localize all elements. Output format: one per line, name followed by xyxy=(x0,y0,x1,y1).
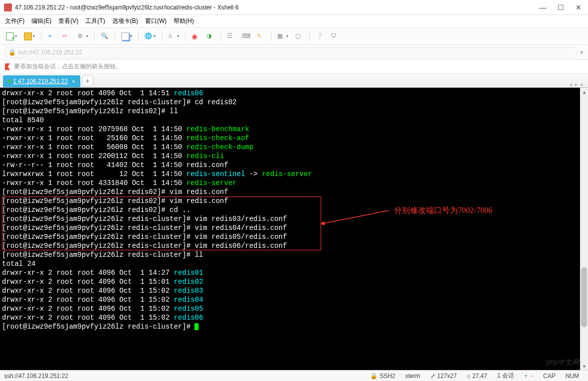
menu-tabs[interactable]: 选项卡(B) xyxy=(112,17,138,25)
terminal-output: drwxr-xr-x 2 root root 4096 Oct 1 14:51 … xyxy=(0,88,588,332)
stop-button[interactable]: ◑ xyxy=(204,31,216,41)
annotation-text: 分别修改端口号为7002-7006 xyxy=(394,205,492,216)
lock-icon: 🔒 xyxy=(370,373,378,380)
tab-next-button[interactable]: ▸ xyxy=(575,82,578,87)
window-controls: — ☐ ✕ xyxy=(539,3,582,11)
open-button[interactable]: ▾ xyxy=(22,31,37,41)
layout-button[interactable]: ▦▾ xyxy=(275,31,290,41)
status-size: ⤢127x27 xyxy=(430,373,457,380)
disconnect-button[interactable]: ✂ xyxy=(60,31,72,41)
script-icon: ⌨ xyxy=(242,32,250,40)
record-button[interactable]: ◉ xyxy=(190,31,201,41)
tab-bar: 1 47.106.219.251:22 × + ◂ ▸ ▾ xyxy=(0,74,588,88)
menu-edit[interactable]: 编辑(E) xyxy=(31,17,51,25)
menu-help[interactable]: 帮助(H) xyxy=(174,17,194,25)
cascade-button[interactable]: ▢ xyxy=(293,31,305,41)
status-pos: ⎀27,47 xyxy=(467,373,487,380)
record-icon: ◉ xyxy=(192,32,199,40)
scroll-thumb[interactable] xyxy=(581,267,587,327)
address-bar: 🔒 ssh://47.106.219.251:22 ▾ xyxy=(0,45,588,60)
terminal-cursor xyxy=(195,323,198,330)
bookmark-icon: ☲ xyxy=(227,32,235,40)
minimize-button[interactable]: — xyxy=(539,3,546,11)
highlight-button[interactable]: ✎ xyxy=(255,31,267,41)
new-session-button[interactable]: +▾ xyxy=(4,31,19,41)
tab-nav: ◂ ▸ ▾ xyxy=(570,82,585,87)
menu-file[interactable]: 文件(F) xyxy=(5,17,24,25)
tab-menu-button[interactable]: ▾ xyxy=(581,82,583,87)
hint-text: 要添加当前会话，点击左侧的箭头按钮。 xyxy=(14,62,122,71)
resize-icon: ⤢ xyxy=(430,373,435,380)
stop-icon: ◑ xyxy=(206,32,214,40)
session-tab[interactable]: 1 47.106.219.251:22 × xyxy=(3,75,80,87)
status-cap: CAP xyxy=(543,373,556,380)
status-num: NUM xyxy=(566,373,579,380)
menu-view[interactable]: 查看(V) xyxy=(58,17,78,25)
globe-icon: 🌐 xyxy=(145,32,153,40)
feedback-button[interactable]: 🗨 xyxy=(329,31,341,41)
maximize-button[interactable]: ☐ xyxy=(557,3,564,11)
cursor-icon: ⎀ xyxy=(467,373,470,380)
folder-open-icon xyxy=(24,32,32,40)
watermark: php中文网 xyxy=(547,358,579,367)
tab-label: 1 47.106.219.251:22 xyxy=(13,78,68,85)
help-icon: ❔ xyxy=(316,32,324,40)
status-sessions: 1 会话 xyxy=(497,372,514,380)
terminal-pane[interactable]: drwxr-xr-x 2 root root 4096 Oct 1 14:51 … xyxy=(0,88,588,370)
unlink-icon: ✂ xyxy=(62,32,70,40)
window-title: 47.106.219.251:22 - root@izwz9ef5sjam9pv… xyxy=(15,4,539,11)
copy-button[interactable]: ▾ xyxy=(119,31,134,41)
tab-prev-button[interactable]: ◂ xyxy=(570,82,572,87)
gear-icon: ⚙ xyxy=(77,32,85,40)
menubar: 文件(F) 编辑(E) 查看(V) 工具(T) 选项卡(B) 窗口(W) 帮助(… xyxy=(0,15,588,28)
app-icon xyxy=(4,3,12,11)
titlebar: 47.106.219.251:22 - root@izwz9ef5sjam9pv… xyxy=(0,0,588,15)
tab-close-button[interactable]: × xyxy=(72,78,75,84)
scrollbar[interactable]: ▴ ▾ xyxy=(580,88,588,370)
toolbar: +▾ ▾ ⚭ ✂ ⚙▾ 🔍 ▾ 🌐▾ A▾ ◉ ◑ ☲ ⌨ ✎ ▦▾ ▢ ❔ 🗨 xyxy=(0,28,588,45)
ssh-url-value: ssh://47.106.219.251:22 xyxy=(18,49,82,56)
hint-bar: 要添加当前会话，点击左侧的箭头按钮。 xyxy=(0,60,588,74)
sessions-remove-icon[interactable]: − xyxy=(530,373,533,380)
search-button[interactable]: 🔍 xyxy=(99,31,111,41)
close-button[interactable]: ✕ xyxy=(575,3,582,11)
reconnect-button[interactable]: ⚭ xyxy=(45,31,57,41)
status-ssh: 🔒SSH2 xyxy=(370,373,395,380)
sessions-add-icon[interactable]: + xyxy=(524,373,528,380)
menu-window[interactable]: 窗口(W) xyxy=(145,17,167,25)
scroll-down-button[interactable]: ▾ xyxy=(580,362,588,370)
tab-add-button[interactable]: + xyxy=(82,75,93,86)
search-icon: 🔍 xyxy=(101,32,109,40)
bookmark-button[interactable]: ☲ xyxy=(225,31,237,41)
status-bar: ssh://47.106.219.251:22 🔒SSH2 xterm ⤢127… xyxy=(0,370,588,381)
highlight-icon: ✎ xyxy=(257,32,265,40)
connected-dot-icon xyxy=(8,80,11,83)
ssh-url-field[interactable]: 🔒 ssh://47.106.219.251:22 xyxy=(5,47,577,58)
copy-icon xyxy=(121,32,129,40)
cascade-icon: ▢ xyxy=(295,32,303,40)
globe-button[interactable]: 🌐▾ xyxy=(143,31,158,41)
status-url: ssh://47.106.219.251:22 xyxy=(4,373,68,380)
status-term: xterm xyxy=(405,373,420,380)
font-icon: A xyxy=(168,32,176,40)
link-icon: ⚭ xyxy=(47,32,55,40)
help-button[interactable]: ❔ xyxy=(314,31,326,41)
script-button[interactable]: ⌨ xyxy=(240,31,252,41)
addr-dropdown[interactable]: ▾ xyxy=(580,49,583,56)
flag-icon xyxy=(5,63,10,70)
file-plus-icon: + xyxy=(6,32,14,40)
menu-tools[interactable]: 工具(T) xyxy=(85,17,105,25)
lock-icon: 🔒 xyxy=(8,49,16,56)
font-button[interactable]: A▾ xyxy=(166,31,181,41)
grid-icon: ▦ xyxy=(277,32,285,40)
properties-button[interactable]: ⚙▾ xyxy=(75,31,90,41)
chat-icon: 🗨 xyxy=(331,32,339,40)
scroll-up-button[interactable]: ▴ xyxy=(580,88,588,96)
